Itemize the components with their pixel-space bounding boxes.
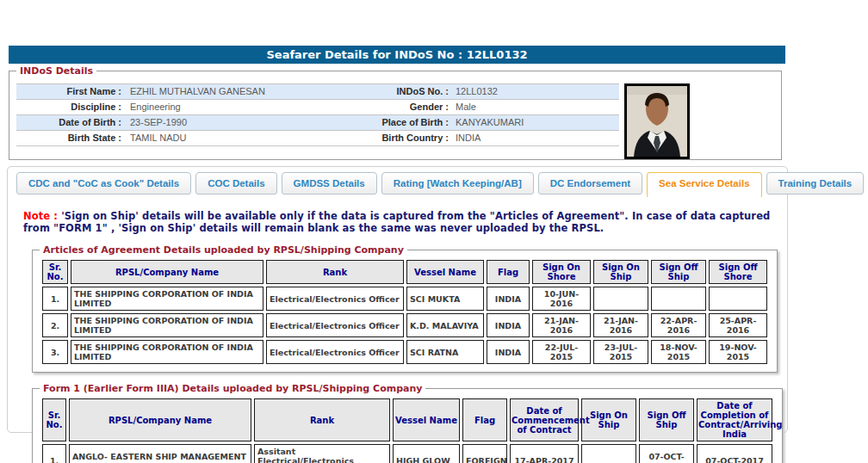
tab-training-details[interactable]: Training Details bbox=[766, 172, 865, 194]
cell-date-completion: 07-OCT-2017 bbox=[697, 444, 772, 463]
col-company: RPSL/Company Name bbox=[71, 260, 264, 284]
cell-sr: 3. bbox=[42, 340, 68, 364]
cell-sr: 1. bbox=[42, 444, 66, 463]
note: Note : 'Sign on Ship' details will be av… bbox=[23, 210, 772, 234]
tab-cdc-coc-as-cook-details[interactable]: CDC and "CoC as Cook" Details bbox=[16, 172, 191, 194]
cell-sign-on-ship bbox=[581, 444, 636, 463]
detail-row-discipline: Discipline : Engineering Gender : Male bbox=[16, 100, 619, 115]
table-row: 1. ANGLO- EASTERN SHIP MANAGEMENT (INDIA… bbox=[42, 444, 772, 463]
agreement-header-row: Sr. No. RPSL/Company Name Rank Vessel Na… bbox=[42, 260, 767, 284]
cell-rank: Electrical/Electronics Officer bbox=[266, 313, 404, 337]
tab-dc-endorsement[interactable]: DC Endorsement bbox=[538, 172, 642, 194]
tab-gmdss-details[interactable]: GMDSS Details bbox=[282, 172, 377, 194]
date-of-birth-label: Date of Birth : bbox=[16, 115, 121, 130]
birth-country-value: INDIA bbox=[449, 131, 619, 145]
cell-rank: Assitant Electrical/Electronics Officer bbox=[254, 444, 390, 463]
place-of-birth-label: Place of Birth : bbox=[347, 115, 449, 130]
note-prefix: Note : bbox=[23, 210, 58, 222]
indos-no-label: INDoS No. : bbox=[347, 84, 449, 99]
discipline-value: Engineering bbox=[121, 100, 347, 114]
cell-sr: 2. bbox=[42, 313, 68, 337]
col-sign-off-ship: Sign Off Ship bbox=[651, 260, 706, 284]
cell-sign-on-ship: 23-JUL-2015 bbox=[593, 340, 648, 364]
portrait-image bbox=[627, 86, 687, 157]
col-sign-off-ship: Sign Off Ship bbox=[639, 398, 694, 441]
cell-sign-off-ship bbox=[651, 287, 706, 311]
agreement-section-legend: Articles of Agreement Details uploaded b… bbox=[40, 244, 407, 256]
cell-sign-off-ship: 18-NOV-2015 bbox=[651, 340, 706, 364]
cell-sign-off-shore: 25-APR-2016 bbox=[709, 313, 767, 337]
cell-vessel: HIGH GLOW bbox=[393, 444, 460, 463]
cell-flag: FOREIGN bbox=[462, 444, 507, 463]
gender-value: Male bbox=[449, 100, 619, 114]
cell-sign-on-shore: 21-JAN-2016 bbox=[532, 313, 591, 337]
cell-date-commencement: 17-APR-2017 bbox=[510, 444, 579, 463]
detail-row-name: First Name : EZHIL MUTHALVAN GANESAN IND… bbox=[16, 84, 619, 100]
agreement-section: Articles of Agreement Details uploaded b… bbox=[32, 244, 778, 373]
cell-flag: INDIA bbox=[487, 313, 530, 337]
cell-sign-on-ship: 21-JAN-2016 bbox=[593, 313, 648, 337]
col-flag: Flag bbox=[487, 260, 530, 284]
detail-row-birth-date: Date of Birth : 23-SEP-1990 Place of Bir… bbox=[16, 115, 619, 131]
tab-sea-service-details[interactable]: Sea Service Details bbox=[647, 172, 762, 198]
col-sr-no: Sr. No. bbox=[42, 398, 66, 441]
tab-rating-watch-keeping-ab[interactable]: Rating [Watch Keeping/AB] bbox=[381, 172, 534, 194]
cell-sign-off-ship: 07-OCT-2017 bbox=[639, 444, 694, 463]
form1-section-legend: Form 1 (Earlier Form IIIA) Details uploa… bbox=[40, 383, 425, 394]
cell-flag: INDIA bbox=[487, 287, 530, 311]
cell-sign-off-shore bbox=[709, 287, 767, 311]
col-sign-on-shore: Sign On Shore bbox=[532, 260, 591, 284]
col-sign-off-shore: Sign Off Shore bbox=[709, 260, 767, 284]
birth-state-label: Birth State : bbox=[16, 131, 121, 145]
form1-table: Sr. No. RPSL/Company Name Rank Vessel Na… bbox=[40, 396, 775, 463]
tab-panel: CDC and "CoC as Cook" Details COC Detail… bbox=[7, 166, 788, 433]
cell-vessel: SCI MUKTA bbox=[406, 287, 484, 311]
table-row: 2. THE SHIPPING CORPORATION OF INDIA LIM… bbox=[42, 313, 767, 337]
cell-flag: INDIA bbox=[487, 340, 530, 364]
col-sr-no: Sr. No. bbox=[42, 260, 68, 284]
discipline-label: Discipline : bbox=[16, 100, 121, 114]
agreement-table: Sr. No. RPSL/Company Name Rank Vessel Na… bbox=[40, 257, 770, 367]
cell-vessel: SCI RATNA bbox=[406, 340, 484, 364]
tab-strip: CDC and "CoC as Cook" Details COC Detail… bbox=[16, 172, 778, 198]
gender-label: Gender : bbox=[347, 100, 449, 114]
cell-company: THE SHIPPING CORPORATION OF INDIA LIMITE… bbox=[71, 287, 264, 311]
cell-sign-on-shore: 22-JUL-2015 bbox=[532, 340, 591, 364]
birth-state-value: TAMIL NADU bbox=[121, 131, 347, 145]
cell-sign-off-shore: 19-NOV-2015 bbox=[709, 340, 767, 364]
table-row: 1. THE SHIPPING CORPORATION OF INDIA LIM… bbox=[42, 287, 767, 311]
cell-sr: 1. bbox=[42, 287, 68, 311]
form1-header-row: Sr. No. RPSL/Company Name Rank Vessel Na… bbox=[42, 398, 772, 441]
col-vessel: Vessel Name bbox=[393, 398, 460, 441]
detail-rows: First Name : EZHIL MUTHALVAN GANESAN IND… bbox=[16, 83, 619, 146]
col-rank: Rank bbox=[254, 398, 390, 441]
cell-vessel: K.D. MALAVIYA bbox=[406, 313, 484, 337]
cell-sign-on-shore: 10-JUN-2016 bbox=[532, 287, 591, 311]
col-sign-on-ship: Sign On Ship bbox=[593, 260, 648, 284]
cell-company: THE SHIPPING CORPORATION OF INDIA LIMITE… bbox=[71, 313, 264, 337]
form1-section: Form 1 (Earlier Form IIIA) Details uploa… bbox=[32, 383, 783, 463]
cell-sign-on-ship bbox=[593, 287, 648, 311]
page-title: Seafarer Details for INDoS No : 12LL0132 bbox=[9, 46, 785, 64]
first-name-label: First Name : bbox=[16, 84, 121, 99]
table-row: 3. THE SHIPPING CORPORATION OF INDIA LIM… bbox=[42, 340, 767, 364]
cell-company: ANGLO- EASTERN SHIP MANAGEMENT (INDIA) P… bbox=[69, 444, 251, 463]
indos-details-section: INDoS Details First Name : EZHIL MUTHALV… bbox=[9, 65, 782, 160]
detail-row-birth-state: Birth State : TAMIL NADU Birth Country :… bbox=[16, 131, 619, 146]
col-company: RPSL/Company Name bbox=[69, 398, 251, 441]
tab-coc-details[interactable]: COC Details bbox=[195, 172, 276, 194]
cell-rank: Electrical/Electronics Officer bbox=[266, 287, 404, 311]
seafarer-photo bbox=[624, 83, 690, 159]
col-vessel: Vessel Name bbox=[406, 260, 484, 284]
col-flag: Flag bbox=[462, 398, 507, 441]
note-text: 'Sign on Ship' details will be available… bbox=[23, 210, 770, 234]
indos-no-value: 12LL0132 bbox=[449, 84, 619, 99]
place-of-birth-value: KANYAKUMARI bbox=[449, 115, 619, 130]
first-name-value: EZHIL MUTHALVAN GANESAN bbox=[121, 84, 347, 99]
col-rank: Rank bbox=[266, 260, 404, 284]
indos-details-legend: INDoS Details bbox=[16, 65, 96, 77]
cell-rank: Electrical/Electronics Officer bbox=[266, 340, 404, 364]
col-date-completion: Date of Completion of Contract/Arriving … bbox=[697, 398, 772, 441]
cell-company: THE SHIPPING CORPORATION OF INDIA LIMITE… bbox=[71, 340, 264, 364]
date-of-birth-value: 23-SEP-1990 bbox=[121, 115, 347, 130]
